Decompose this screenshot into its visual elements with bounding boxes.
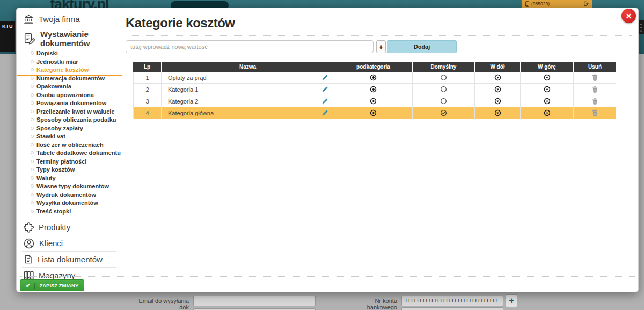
sidebar-item-dopiski[interactable]: Dopiski (22, 49, 122, 58)
sidebar-item-kategorie-koszt-w[interactable]: Kategorie kosztów (22, 66, 122, 75)
sidebar-item-ilo-zer-w-obliczeniach[interactable]: Ilość zer w obliczeniach (22, 141, 122, 150)
sidebar-item-wydruk-dokument-w[interactable]: Wydruk dokumentów (22, 191, 122, 200)
close-button[interactable]: ✕ (621, 9, 636, 23)
sidebar-item-tre-stopki[interactable]: Treść stopki (22, 208, 122, 216)
sidebar-item-opakowania[interactable]: Opakowania (22, 83, 122, 91)
bank-account-field[interactable] (401, 296, 503, 306)
circle-down-icon[interactable] (494, 74, 501, 81)
table-row: 4Kategoria główna (133, 107, 616, 119)
cell-default (413, 84, 475, 95)
sidebar-section-twoja-firma[interactable]: Twoja firma (22, 11, 122, 26)
category-name: Opłaty za prąd (168, 75, 207, 81)
partial-field[interactable] (401, 307, 503, 310)
sidebar-item-w-asne-typy-dokument-w[interactable]: Własne typy dokumentów (22, 182, 122, 191)
cell-move-up (521, 84, 574, 95)
pencil-icon[interactable] (321, 86, 328, 93)
cell-move-down (475, 72, 521, 84)
side-tab-left[interactable]: KTU (0, 21, 15, 52)
divider (122, 13, 122, 279)
sidebar-section-klienci[interactable]: Klienci (22, 235, 116, 251)
column-header-podkategoria: podkategoria (334, 62, 413, 72)
logout-icon[interactable] (583, 1, 589, 6)
sidebar-item-label: Opakowania (36, 83, 71, 90)
phone-number: (985029) (531, 1, 550, 6)
cell-name: Kategoria 1 (162, 84, 334, 95)
circle-up-icon[interactable] (544, 86, 551, 93)
sidebar-item-label: Ilość zer w obliczeniach (36, 142, 104, 148)
cell-subcategory (334, 95, 413, 107)
circle-down-icon[interactable] (494, 109, 501, 116)
sidebar-item-tabele-dodatkowe-dokumentu[interactable]: Tabele dodatkowe dokumentu (22, 149, 122, 158)
trash-icon[interactable] (592, 98, 598, 105)
sidebar-section-label: Klienci (39, 239, 63, 248)
sidebar-item-numeracja-dokument-w[interactable]: Numeracja dokumentów (22, 75, 122, 83)
circle-up-icon[interactable] (544, 74, 551, 81)
circle-plus-icon[interactable] (370, 86, 377, 93)
cell-default (413, 72, 475, 84)
circle-outline-icon[interactable] (440, 86, 447, 93)
sidebar-item-stawki-vat[interactable]: Stawki vat (22, 132, 122, 141)
sidebar-item-sposoby-obliczania-podatku[interactable]: Sposoby obliczania podatku (22, 116, 122, 124)
cell-name: Kategoria główna (162, 107, 334, 119)
cell-default (413, 107, 475, 119)
add-button[interactable]: Dodaj (387, 40, 457, 53)
app-canvas: faktury.pl (985029) KTU Email do wysyłan… (0, 0, 644, 310)
document-icon (23, 254, 33, 265)
sidebar-item-wysy-ka-dokument-w[interactable]: Wysyłka dokumentów (22, 199, 122, 208)
sidebar-item-label: Terminy płatności (36, 158, 86, 165)
sidebar-item-waluty[interactable]: Waluty (22, 174, 122, 183)
sidebar-item-label: Osoba upoważniona (36, 92, 94, 98)
categories-table: LpNazwapodkategoriaDomyślnyW dółW góręUs… (133, 62, 616, 119)
circle-outline-icon[interactable] (440, 74, 447, 81)
cell-move-up (521, 107, 574, 119)
sidebar-section-lista-dokument-w[interactable]: Lista dokumentów (22, 251, 116, 267)
sidebar-item-sposoby-zap-aty[interactable]: Sposoby zapłaty (22, 124, 122, 133)
sidebar-item-label: Powiązania dokumentów (36, 100, 106, 106)
sidebar-item-jednostki-miar[interactable]: Jednostki miar (22, 58, 122, 67)
cell-move-up (521, 72, 574, 84)
sidebar-item-label: Przeliczanie kwot w walucie (36, 108, 115, 115)
cell-default (413, 95, 475, 107)
circle-up-icon[interactable] (544, 109, 551, 116)
circle-up-icon[interactable] (544, 98, 551, 105)
cell-subcategory (334, 84, 413, 95)
trash-icon[interactable] (592, 74, 598, 81)
sidebar-section-label: Lista dokumentów (38, 255, 103, 264)
trash-icon[interactable] (592, 109, 598, 116)
sidebar-item-terminy-p-atno-ci[interactable]: Terminy płatności (22, 158, 122, 166)
circle-plus-icon[interactable] (370, 109, 377, 116)
add-account-button[interactable]: + (506, 294, 517, 307)
sidebar-section-wystawianie-dokument-w[interactable]: Wystawianie dokumentów (22, 30, 122, 47)
new-category-input[interactable] (126, 40, 374, 53)
trash-icon[interactable] (592, 86, 598, 93)
pencil-icon[interactable] (321, 98, 328, 105)
save-changes-button[interactable]: ✔ ZAPISZ ZMIANY (20, 279, 84, 291)
sidebar-item-powi-zania-dokument-w[interactable]: Powiązania dokumentów (22, 99, 122, 108)
pencil-icon[interactable] (321, 74, 328, 81)
circle-plus-icon[interactable] (370, 74, 377, 81)
sidebar-item-przeliczanie-kwot-w-walucie[interactable]: Przeliczanie kwot w walucie (22, 108, 122, 116)
cell-delete (574, 72, 616, 84)
circle-plus-icon[interactable] (370, 98, 377, 105)
circle-down-icon[interactable] (494, 98, 501, 105)
cell-move-down (475, 95, 521, 107)
settings-modal: Twoja firmaWystawianie dokumentów Dopisk… (16, 8, 639, 292)
sidebar-section-label: Wystawianie dokumentów (40, 29, 122, 48)
sidebar-section-label: Magazyny (39, 271, 75, 280)
sidebar-item-osoba-upowa-niona[interactable]: Osoba upoważniona (22, 91, 122, 100)
pencil-icon[interactable] (321, 109, 328, 116)
plus-button[interactable]: + (376, 40, 386, 53)
sidebar-item-label: Własne typy dokumentów (36, 183, 109, 189)
sidebar-section-produkty[interactable]: Produkty (22, 219, 116, 235)
sidebar-item-label: Typy kosztów (36, 166, 75, 173)
sidebar-section-label: Produkty (39, 223, 70, 232)
circle-outline-icon[interactable] (440, 98, 447, 105)
sidebar-item-label: Wydruk dokumentów (36, 191, 96, 198)
save-changes-label: ZAPISZ ZMIANY (39, 283, 78, 289)
email-field[interactable] (193, 296, 316, 306)
circle-check-icon[interactable] (440, 109, 447, 116)
circle-down-icon[interactable] (494, 86, 501, 93)
phone-badge[interactable]: (985029) (522, 0, 592, 8)
table-row: 1Opłaty za prąd (133, 72, 616, 84)
sidebar-item-typy-koszt-w[interactable]: Typy kosztów (22, 166, 122, 174)
